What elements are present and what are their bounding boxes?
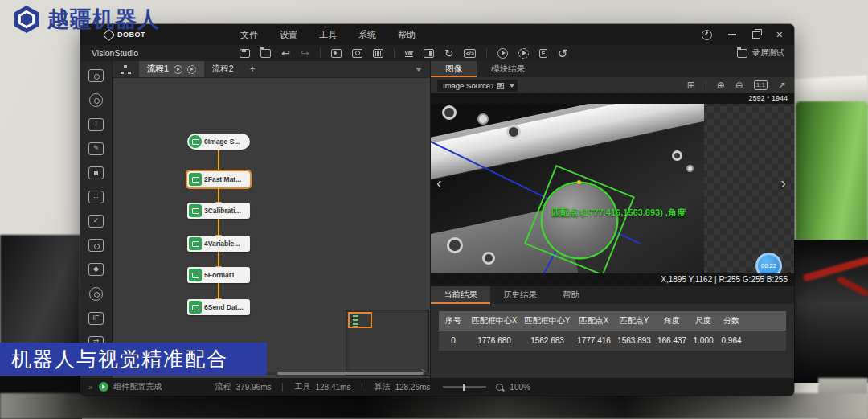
brand-logo-text: 越疆机器人	[47, 5, 160, 34]
resolution-strip: 2592 * 1944	[431, 93, 794, 104]
focus-region-icon[interactable]	[88, 166, 104, 179]
bolt	[482, 252, 495, 265]
menu-tools[interactable]: 工具	[319, 29, 337, 41]
results-header-row: 序号 匹配框中心X 匹配框中心Y 匹配点X 匹配点Y 角度 尺度 分数	[439, 311, 786, 331]
camera-source-icon[interactable]	[88, 69, 104, 82]
redo-icon[interactable]: ↪	[301, 48, 309, 59]
flip-view-icon[interactable]	[424, 49, 434, 58]
flow-tab-2[interactable]: 流程2	[204, 61, 242, 77]
fullscreen-icon[interactable]: ↗	[778, 80, 786, 91]
minimap-viewport[interactable]	[348, 312, 372, 328]
run-loop-icon[interactable]	[518, 48, 529, 59]
flow-tabs-chevron-down-icon[interactable]	[416, 68, 422, 72]
next-image-chevron-icon[interactable]: ›	[780, 174, 786, 192]
undo-icon[interactable]: ↩	[281, 48, 290, 59]
restore-button[interactable]	[752, 31, 760, 39]
variables-icon[interactable]: var	[405, 50, 414, 57]
menu-system[interactable]: 系统	[358, 29, 376, 41]
flow-run-icon[interactable]	[174, 65, 182, 74]
image-source-icon[interactable]	[331, 49, 342, 58]
menu-help[interactable]: 帮助	[398, 29, 416, 41]
table-row[interactable]: 0 1776.680 1562.683 1777.416 1563.893 16…	[439, 331, 786, 351]
locate-target-icon[interactable]	[89, 93, 103, 107]
image-edit-icon[interactable]: ✎	[88, 142, 104, 155]
flow-canvas[interactable]: 0Image S... 2Fast Mat... 3Calibrati...	[113, 77, 430, 375]
run-once-icon[interactable]	[497, 48, 508, 59]
match-points-icon[interactable]: ∷	[88, 191, 104, 203]
dobot-hexagon-icon	[11, 4, 42, 35]
record-test-label: 录屏测试	[752, 47, 784, 59]
menu-file[interactable]: 文件	[240, 29, 258, 41]
node-send-data[interactable]: 6Send Dat...	[187, 299, 250, 315]
tab-history-result[interactable]: 历史结果	[490, 286, 550, 304]
prev-image-chevron-icon[interactable]: ‹	[436, 174, 442, 192]
node-image-source[interactable]: 0Image S...	[187, 134, 250, 150]
flow-run-loop-icon[interactable]	[187, 65, 196, 74]
performance-icon[interactable]	[702, 30, 712, 40]
menu-settings[interactable]: 设置	[280, 29, 297, 41]
node-label: 2Fast Mat...	[204, 175, 241, 183]
node-variable[interactable]: 4Variable...	[187, 236, 250, 252]
open-icon[interactable]	[260, 49, 271, 58]
results-table: 序号 匹配框中心X 匹配框中心Y 匹配点X 匹配点Y 角度 尺度 分数 0 17…	[431, 304, 794, 378]
col-header-filler	[746, 311, 786, 331]
camera-icon[interactable]	[352, 49, 362, 58]
col-header: 匹配框中心X	[468, 311, 521, 331]
save-icon[interactable]	[240, 49, 250, 58]
revert-icon[interactable]: ↺	[558, 48, 568, 59]
image-source-selector[interactable]: Image Source1.图	[437, 80, 518, 92]
bolt	[477, 113, 489, 125]
pixel-readout-bar: X,1895 Y,1162 | R:255 G:255 B:255	[431, 273, 794, 286]
zoom-level: 100%	[510, 383, 530, 392]
fast-forward-icon[interactable]: »	[88, 383, 92, 392]
zoom-out-icon[interactable]: ⊖	[735, 80, 743, 91]
minimize-button[interactable]	[728, 34, 736, 35]
col-header: 序号	[439, 311, 468, 331]
bolt	[447, 237, 463, 253]
cell: 0	[439, 331, 468, 351]
refresh-icon[interactable]: ↻	[444, 48, 453, 59]
record-folder-icon	[737, 49, 747, 58]
magnifier-icon	[496, 384, 503, 391]
one-to-one-icon[interactable]: 1:1	[754, 80, 768, 90]
image-panel: 图像 模块结果 Image Source1.图 ⊞ ⊕ ⊖ 1:1 ↗	[430, 61, 794, 378]
tab-module-result[interactable]: 模块结果	[477, 61, 539, 77]
canvas-zoom-slider[interactable]	[443, 386, 486, 388]
close-button[interactable]: ×	[776, 31, 783, 39]
flow-edge	[218, 252, 219, 267]
modules-icon[interactable]	[373, 49, 383, 58]
flow-minimap[interactable]: ↘	[346, 310, 429, 376]
image-viewport[interactable]: 2592 * 1944	[431, 93, 794, 286]
checklist-icon[interactable]: ✓	[88, 215, 104, 228]
flow-tab-1-label: 流程1	[147, 64, 169, 75]
if-branch-icon[interactable]: IF	[88, 312, 104, 325]
flow-tab-1[interactable]: 流程1	[139, 61, 204, 77]
col-header: 匹配点X	[574, 311, 614, 331]
fill-color-icon[interactable]: ◆	[88, 263, 104, 276]
zoom-in-icon[interactable]: ⊕	[717, 80, 725, 91]
node-calibration[interactable]: 3Calibrati...	[187, 203, 250, 219]
timer-icon[interactable]	[89, 287, 103, 301]
toolbar: VisionStudio ↩ ↪ var ↻ </> F ↺	[80, 45, 794, 62]
fit-view-icon[interactable]: ⊞	[687, 80, 695, 91]
format-icon[interactable]: F	[539, 49, 547, 58]
col-header: 匹配框中心Y	[521, 311, 574, 331]
algo-time-label: 算法	[374, 381, 390, 392]
toolbar-separator	[486, 48, 487, 58]
record-test[interactable]: 录屏测试	[737, 47, 784, 59]
node-format[interactable]: 5Format1	[187, 267, 250, 283]
tab-current-result[interactable]: 当前结果	[431, 286, 490, 304]
node-fast-match[interactable]: 2Fast Mat...	[187, 171, 250, 187]
col-header: 角度	[654, 311, 690, 331]
view-tools-separator	[706, 80, 706, 90]
bolt	[672, 150, 682, 161]
tab-help[interactable]: 帮助	[550, 286, 592, 304]
add-flow-tab-button[interactable]: +	[250, 64, 256, 75]
flow-hierarchy-icon[interactable]	[121, 65, 131, 74]
status-divider	[282, 383, 283, 392]
cell: 1562.683	[521, 331, 574, 351]
image-settings-icon[interactable]	[88, 239, 104, 252]
script-icon[interactable]: </>	[464, 49, 476, 58]
text-roi-icon[interactable]: I	[88, 118, 104, 131]
tab-image[interactable]: 图像	[431, 61, 477, 77]
